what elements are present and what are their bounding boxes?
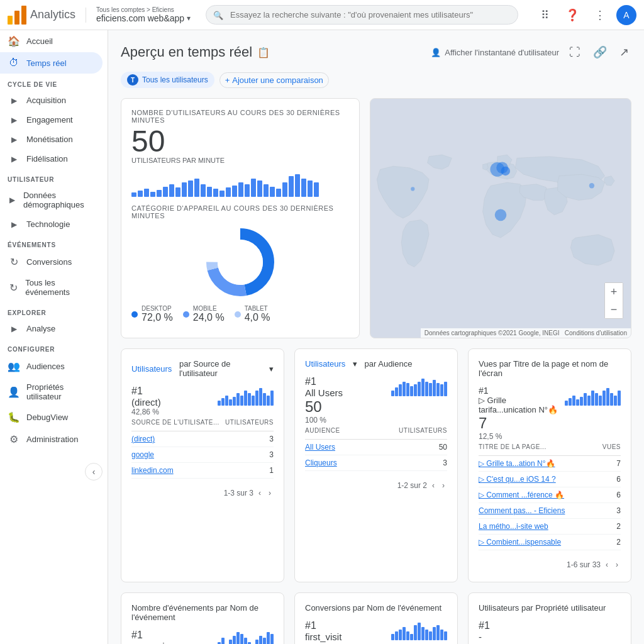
sparkline-bar [270, 634, 274, 644]
audience-dropdown-icon[interactable]: ▾ [353, 359, 357, 369]
sidebar-collapse-button[interactable]: ‹ [85, 463, 103, 480]
share-button[interactable]: ↗ [617, 43, 631, 62]
sparkline-bar [236, 632, 240, 644]
header: Analytics Tous les comptes > Eficiens ef… [0, 0, 644, 30]
sparkline-bar [255, 640, 258, 644]
users-source-next-button[interactable]: › [266, 486, 274, 500]
pages-prev-button[interactable]: ‹ [603, 558, 611, 572]
audience-title-link[interactable]: Utilisateurs [305, 359, 345, 369]
map-zoom-in-button[interactable]: + [605, 283, 623, 301]
search-icon: 🔍 [213, 10, 223, 19]
engagement-icon: ▶ [8, 116, 20, 125]
bottom-grid-row2: Nombre d'événements par Nom de l'événeme… [121, 592, 631, 644]
sidebar-item-proprietes[interactable]: 👤 Propriétés utilisateur [0, 377, 103, 406]
page-title-edit-icon[interactable]: 📋 [257, 47, 270, 58]
search-wrapper: 🔍 [206, 5, 518, 25]
sidebar-item-analyse[interactable]: ▶ Analyse [0, 319, 103, 338]
audience-next-button[interactable]: › [440, 479, 447, 492]
row-label: All Users [305, 443, 335, 452]
bar-segment [314, 182, 319, 197]
sidebar-item-audiences[interactable]: 👥 Audiences [0, 355, 103, 377]
sidebar-item-donnees[interactable]: ▶ Données démographiques [0, 186, 103, 214]
col-audience-users-label: UTILISATEURS [399, 427, 447, 434]
sidebar-item-temps-reel[interactable]: ⏱ Temps réel [0, 52, 103, 74]
users-source-prev-button[interactable]: ‹ [256, 486, 264, 500]
clock-icon: ⏱ [8, 57, 20, 69]
share-link-button[interactable]: 🔗 [591, 43, 609, 62]
sparkline-bar [406, 631, 409, 640]
pages-rank-pct: 12,5 % [479, 432, 565, 441]
account-selector[interactable]: Tous les comptes > Eficiens eficiens.com… [96, 6, 191, 23]
pages-rank-info: #1 ▷ Grille tarifa...unication N°🔥 7 12,… [479, 386, 565, 441]
add-comparison-button[interactable]: + Ajouter une comparaison [219, 72, 329, 88]
users-source-title-link[interactable]: Utilisateurs [131, 364, 172, 374]
sidebar-label-engagement: Engagement [26, 115, 73, 125]
audience-prev-button[interactable]: ‹ [430, 479, 437, 492]
all-users-filter-chip[interactable]: T Tous les utilisateurs [121, 72, 214, 88]
users-source-rank-label: (direct) [131, 397, 161, 408]
main-layout: 🏠 Accueil ⏱ Temps réel Cycle de vie ▶ Ac… [0, 30, 644, 644]
audience-title-part2: par Audience [365, 359, 413, 369]
sidebar-item-monetisation[interactable]: ▶ Monétisation [0, 130, 103, 149]
table-row: linkedin.com 1 [131, 463, 274, 479]
more-options-icon-button[interactable]: ⋮ [589, 4, 611, 26]
table-row: Cliqueurs 3 [305, 455, 447, 471]
user-avatar[interactable]: A [616, 5, 636, 25]
pages-pagination-text: 1-6 sur 33 [567, 560, 601, 569]
tablet-dot [235, 311, 241, 318]
sparkline-bar [399, 384, 402, 396]
pages-next-button[interactable]: › [613, 558, 621, 572]
sidebar-item-tous-evenements[interactable]: ↻ Tous les événements [0, 273, 103, 302]
apps-icon-button[interactable]: ⠿ [533, 4, 556, 26]
header-divider [86, 8, 86, 23]
bar-segment [264, 184, 269, 197]
bar-segment [169, 184, 174, 197]
snapshot-button[interactable]: 👤 Afficher l'instantané d'utilisateur [431, 48, 559, 57]
bottom-grid-row1: Utilisateurs par Source de l'utilisateur… [121, 348, 631, 582]
sparkline-bar [259, 636, 262, 644]
row-label: La métho...i-site web [479, 522, 548, 531]
sparkline-bar [406, 383, 409, 396]
sparkline-bar [591, 391, 594, 406]
sparkline-bar [263, 393, 266, 406]
sidebar-item-debugview[interactable]: 🐛 DebugView [0, 406, 103, 428]
sparkline-bar [391, 634, 394, 641]
sidebar-item-fidelisation[interactable]: ▶ Fidélisation [0, 149, 103, 169]
sparkline-bar [391, 391, 394, 396]
expand-button[interactable]: ⛶ [567, 43, 583, 62]
bar-segment [295, 174, 300, 197]
sidebar-item-technologie[interactable]: ▶ Technologie [0, 214, 103, 234]
conversions-rank-label: first_visit [305, 631, 341, 642]
sidebar-item-acquisition[interactable]: ▶ Acquisition [0, 91, 103, 110]
card-pages: Vues par Titre de la page et nom de l'éc… [468, 348, 631, 582]
map-zoom-out-button[interactable]: − [605, 301, 623, 318]
debugview-icon: 🐛 [8, 411, 20, 423]
events-rank-info: #1 page_view 56 30,6 % [131, 630, 177, 644]
sparkline-bar [233, 636, 236, 644]
audience-rank-label: All Users [305, 387, 343, 398]
sparkline-bar [255, 391, 258, 406]
col-users-label: UTILISATEURS [225, 419, 274, 426]
bar-segment [270, 187, 275, 197]
user-property-rank-label: - [479, 631, 621, 642]
search-input[interactable] [206, 5, 518, 25]
sparkline-bar [436, 383, 440, 396]
sidebar-item-administration[interactable]: ⚙ Administration [0, 428, 103, 450]
row-value: 3 [269, 450, 274, 459]
fidelisation-icon: ▶ [8, 155, 20, 164]
section-explorer: Explorer [0, 302, 108, 319]
app-logo[interactable]: Analytics [8, 6, 75, 25]
sparkline-bar [429, 631, 432, 640]
sparkline-bar [410, 386, 413, 396]
events-rank: #1 [131, 630, 177, 641]
add-comparison-plus-icon: + [225, 75, 230, 85]
sidebar-item-conversions[interactable]: ↻ Conversions [0, 251, 103, 273]
users-source-dropdown-icon[interactable]: ▾ [269, 364, 274, 374]
sparkline-bar [595, 393, 598, 406]
world-map-svg [370, 99, 631, 338]
sidebar-item-accueil[interactable]: 🏠 Accueil [0, 30, 103, 52]
sidebar-item-engagement[interactable]: ▶ Engagement [0, 110, 103, 130]
help-icon-button[interactable]: ❓ [561, 4, 584, 26]
sparkline-bar [218, 642, 221, 644]
tous-evenements-icon: ↻ [8, 282, 19, 294]
